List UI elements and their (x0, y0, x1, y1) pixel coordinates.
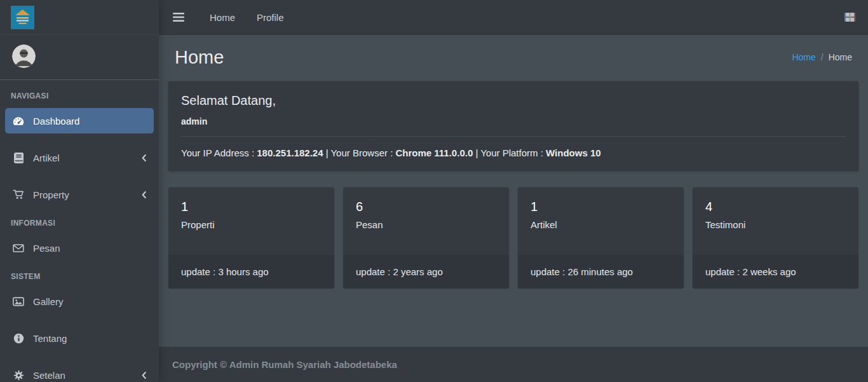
sidebar-item-tentang[interactable]: Tentang (5, 325, 154, 351)
sidebar-item-label: Artikel (33, 153, 60, 163)
user-panel (0, 35, 159, 80)
sidebar: NAVIGASI Dashboard (0, 0, 159, 382)
stat-box-artikel: 1 Artikel update : 26 minutes ago (518, 188, 684, 289)
sidebar-item-setelan[interactable]: Setelan (5, 362, 154, 382)
ip-label: Your IP Address : (181, 147, 257, 158)
stat-label: Testimoni (705, 219, 846, 231)
brand-logo-icon (11, 6, 34, 29)
stat-update: update : 2 weeks ago (693, 255, 858, 289)
stat-box-body: 1 Artikel (518, 188, 684, 255)
tachometer-icon (11, 116, 26, 126)
chevron-left-icon (141, 371, 148, 379)
platform-label: | Your Platform : (473, 147, 546, 158)
brand-bar (0, 0, 159, 35)
stat-label: Properti (181, 219, 322, 231)
system-info-line: Your IP Address : 180.251.182.24 | Your … (181, 147, 846, 158)
browser-value: Chrome 111.0.0.0 (395, 147, 473, 158)
avatar-photo-icon (12, 44, 36, 68)
stat-value: 4 (705, 198, 846, 215)
welcome-card: Selamat Datang, admin Your IP Address : … (168, 81, 858, 171)
sidebar-item-label: Setelan (33, 370, 65, 381)
stat-label: Artikel (531, 219, 671, 231)
stat-update: update : 2 years ago (343, 255, 509, 289)
sidebar-item-label: Dashboard (33, 116, 79, 126)
chevron-left-icon (141, 191, 148, 199)
browser-label: | Your Browser : (323, 147, 396, 158)
sidebar-item-dashboard[interactable]: Dashboard (5, 108, 154, 133)
sidebar-nav: NAVIGASI Dashboard (0, 80, 159, 382)
sidebar-item-gallery[interactable]: Gallery (5, 289, 154, 314)
sidebar-item-label: Gallery (33, 296, 64, 307)
sidebar-item-label: Tentang (33, 333, 67, 344)
platform-value: Windows 10 (546, 147, 601, 158)
nav-section-informasi: INFORMASI (5, 219, 154, 228)
ip-value: 180.251.182.24 (257, 147, 323, 158)
breadcrumb-separator: / (821, 52, 824, 62)
navbar-link-home[interactable]: Home (210, 12, 235, 23)
stat-box-pesan: 6 Pesan update : 2 years ago (343, 188, 509, 289)
stat-box-testimoni: 4 Testimoni update : 2 weeks ago (693, 188, 858, 289)
sidebar-item-label: Pesan (33, 243, 60, 254)
app-window: NAVIGASI Dashboard (0, 0, 868, 382)
sidebar-item-label: Property (33, 189, 69, 200)
welcome-divider (181, 136, 846, 137)
stat-update: update : 26 minutes ago (518, 255, 684, 289)
welcome-greeting: Selamat Datang, (181, 93, 846, 108)
brand-logo[interactable] (11, 6, 34, 29)
image-icon (11, 297, 26, 306)
navbar-link-profile[interactable]: Profile (257, 12, 284, 23)
copyright-text: Copyright © Admin Rumah Syariah Jabodeta… (172, 359, 397, 370)
breadcrumb-home-link[interactable]: Home (792, 52, 815, 62)
stat-box-body: 1 Properti (168, 188, 334, 255)
stat-box-body: 6 Pesan (343, 188, 509, 255)
info-circle-icon (11, 333, 26, 344)
gear-icon (11, 370, 26, 381)
welcome-username: admin (181, 116, 846, 126)
sidebar-item-pesan[interactable]: Pesan (5, 235, 154, 261)
cart-icon (11, 189, 26, 200)
content-area: Home Home / Home Selamat Datang, admin Y… (159, 35, 868, 346)
chevron-left-icon (141, 154, 148, 162)
envelope-icon (11, 243, 26, 253)
breadcrumb: Home / Home (792, 52, 852, 62)
page-title: Home (175, 44, 224, 71)
avatar[interactable] (12, 44, 36, 68)
content-header: Home Home / Home (168, 35, 858, 71)
stat-box-properti: 1 Properti update : 3 hours ago (168, 188, 334, 289)
stat-label: Pesan (356, 219, 496, 231)
grid-icon[interactable] (842, 10, 858, 24)
stat-value: 6 (356, 198, 496, 215)
menu-toggle-icon[interactable] (169, 9, 188, 25)
book-icon (11, 153, 26, 163)
stat-boxes-row: 1 Properti update : 3 hours ago 6 Pesan … (168, 188, 858, 289)
stat-box-body: 4 Testimoni (693, 188, 858, 255)
sidebar-item-property[interactable]: Property (5, 182, 154, 207)
main-column: Home Profile Home Home / (159, 0, 868, 382)
sidebar-item-artikel[interactable]: Artikel (5, 145, 154, 170)
main-footer: Copyright © Admin Rumah Syariah Jabodeta… (159, 346, 868, 382)
stat-value: 1 (531, 198, 671, 215)
stat-value: 1 (181, 198, 322, 215)
stat-update: update : 3 hours ago (168, 255, 334, 289)
breadcrumb-current: Home (829, 52, 852, 62)
nav-section-sistem: SISTEM (5, 272, 154, 281)
top-navbar: Home Profile (159, 0, 868, 35)
nav-section-navigasi: NAVIGASI (5, 92, 154, 100)
